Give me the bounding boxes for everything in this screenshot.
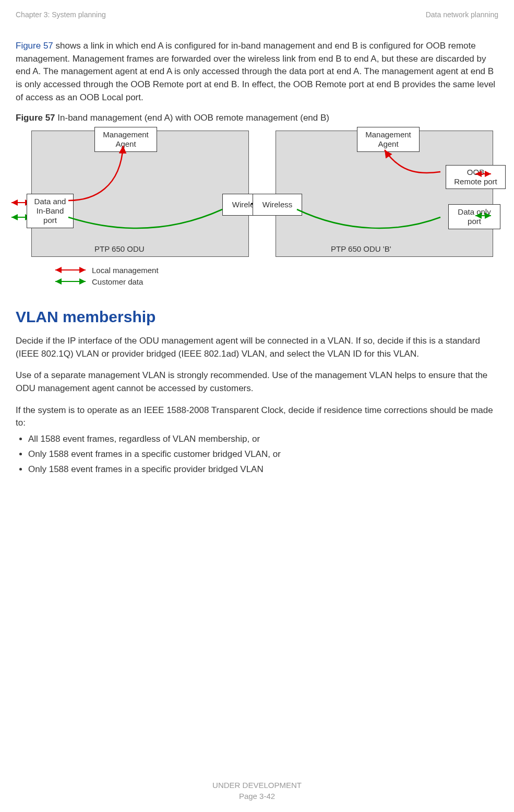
section-p1: Decide if the IP interface of the ODU ma… (16, 335, 498, 360)
section-p2: Use of a separate management VLAN is str… (16, 369, 498, 395)
legend-arrow-green (52, 277, 89, 286)
data-only-port-b: Data only port (448, 204, 500, 229)
figure-label: Figure 57 (16, 113, 55, 123)
bullet-list: All 1588 event frames, regardless of VLA… (16, 432, 498, 477)
footer-line1: UNDER DEVELOPMENT (0, 780, 514, 791)
green-curve-b (294, 204, 451, 236)
mgmt-agent-b: Management Agent (357, 127, 420, 152)
bullet-2: Only 1588 event frames in a specific cus… (28, 447, 498, 462)
odu-b-box: Wireless Management Agent OOB Remote por… (276, 131, 493, 257)
diagram-legend: Local management Customer data (52, 264, 493, 287)
intro-text: shows a link in which end A is configure… (16, 41, 495, 102)
odu-a-label: PTP 650 ODU (94, 244, 145, 253)
oob-remote-port-b: OOB Remote port (446, 165, 506, 189)
mgmt-agent-a: Management Agent (94, 127, 157, 152)
page-header: Chapter 3: System planning Data network … (16, 10, 498, 19)
bullet-3: Only 1588 event frames in a specific pro… (28, 462, 498, 477)
section-title: VLAN membership (16, 308, 498, 326)
wireless-b: Wireless (253, 194, 302, 216)
footer-line2: Page 3-42 (0, 791, 514, 802)
figure-diagram: Management Agent Data and In-Band port W… (10, 125, 493, 287)
header-left: Chapter 3: System planning (16, 10, 106, 19)
intro-paragraph: Figure 57 shows a link in which end A is… (16, 40, 498, 104)
page-footer: UNDER DEVELOPMENT Page 3-42 (0, 780, 514, 802)
figure-reference: Figure 57 (16, 41, 53, 51)
header-right: Data network planning (426, 10, 498, 19)
odu-a-box: Management Agent Data and In-Band port W… (31, 131, 249, 257)
legend-cust-label: Customer data (92, 277, 143, 286)
section-p3: If the system is to operate as an IEEE 1… (16, 404, 498, 430)
legend-local-label: Local management (92, 266, 159, 275)
green-curve-a (66, 204, 228, 236)
figure-caption-text: In-band management (end A) with OOB remo… (55, 113, 329, 123)
figure-caption: Figure 57 In-band management (end A) wit… (16, 113, 498, 123)
bullet-1: All 1588 event frames, regardless of VLA… (28, 432, 498, 447)
legend-arrow-red (52, 266, 89, 274)
data-inband-port-a: Data and In-Band port (27, 194, 74, 228)
odu-b-label: PTP 650 ODU 'B' (331, 244, 391, 253)
